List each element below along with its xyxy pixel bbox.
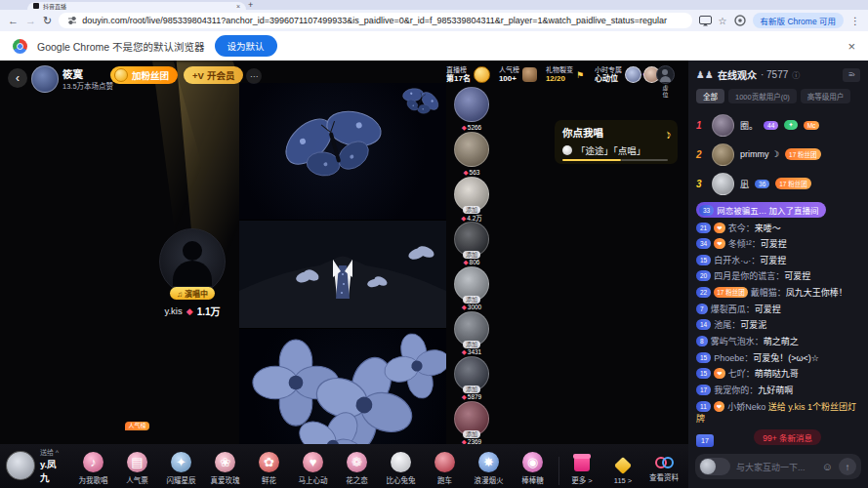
video-badge[interactable]: 礼物裂变12/20⚑ [546,66,586,84]
add-pill[interactable]: 添加 [463,430,480,438]
gift-item[interactable]: ❁花之恋 [335,452,379,485]
browser-toolbar: ← → ↻ douyin.com/root/live/985339804311?… [0,10,868,31]
back-button[interactable]: ‹ [8,68,27,88]
singer-panel[interactable]: ♫ 演唱中 y.kis ◆ 1.1万 [156,228,228,318]
url-bar[interactable]: douyin.com/root/live/985339804311?anchor… [59,13,691,28]
gift-target[interactable]: 送给 ^ y.凤九 [6,447,65,484]
contributor-item[interactable]: 添加x.浅寞◆3000 [448,266,495,311]
song-request-banner[interactable]: 你点我唱 「途途」「点唱」 ♪ [555,120,678,164]
new-tab-button[interactable]: + [248,0,253,10]
new-messages-pill[interactable]: 99+ 条新消息 [754,429,821,445]
message-username: 七吖： [728,369,755,379]
emoji-icon[interactable]: ☺ [822,461,833,472]
flag-icon: ⚑ [576,70,586,80]
rank-name: primmy ☽ [740,149,779,159]
message-username: Phoebe： [714,353,753,363]
contributor-item[interactable]: 添加x.千寻◆2369 [448,401,495,446]
menu-dots-icon[interactable]: ⋮ [850,16,860,26]
set-default-button[interactable]: 设为默认 [215,35,277,57]
video-badge[interactable]: 人气榜100+ [499,66,537,84]
chat-identity-toggle[interactable] [699,458,730,475]
tab-close-icon[interactable]: × [236,3,240,10]
contributor-item[interactable]: 添加かしstk◆5879 [448,356,495,401]
back-icon[interactable]: ← [8,16,19,26]
chat-message: 14池尾：可爱泥 [696,319,860,331]
contributor-item[interactable]: 添加y.凤九◆4.2万 [448,177,495,222]
contributor-avatar: 添加 [454,311,489,346]
notice-close-icon[interactable]: × [847,39,855,54]
vip-button[interactable]: +V 开会员 [184,66,243,84]
gift-item[interactable]: ♥马上心动 [291,452,335,485]
chat-message: 34❤冬倾¹²：可爱捏 [696,238,860,250]
gift-label: 棒棒糖 [521,474,544,485]
add-pill[interactable]: 添加 [463,296,480,304]
tab-contributors[interactable]: 1000贡献用户(0) [728,89,797,103]
rose-bouquet-icon: ❀ [215,452,235,472]
add-pill[interactable]: 添加 [463,386,480,393]
gift-item[interactable]: ✿鲜花 [247,452,291,485]
video-badge[interactable]: 小时专属心动位♥ [595,66,660,84]
tab-all[interactable]: 全部 [696,89,724,103]
level-badge: 17 [696,385,711,395]
singer-name: y.kis [164,305,182,316]
gift-item[interactable]: ✸浪漫烟火 [467,452,511,485]
streamer-avatar[interactable] [31,65,59,93]
chat-input[interactable]: 与大家互动一下... ☺ ↑ [695,454,861,479]
video-badge[interactable]: 直播榜第17名 [446,66,490,84]
chat-message: 17我宠你的：九好萌啊 [696,385,860,396]
guest-seat[interactable]: 虚位 [656,65,675,99]
gift-target-avatar [6,451,35,480]
message-text: 来喽～ [755,224,781,233]
rank-row[interactable]: 1圈。44✦Mc [696,110,860,140]
info-icon[interactable]: ⓘ [792,69,800,80]
gift-item[interactable]: ♪为我歌唱 [71,452,115,485]
singer-count: 1.1万 [197,304,221,318]
gift-item[interactable]: ❀真爱玫瑰 [203,452,247,485]
gift-item[interactable]: ✦闪耀星辰 [159,452,203,485]
gift-item[interactable]: 比心兔兔 [379,452,423,485]
gift-item[interactable]: 人气榜▤人气票 [115,452,159,485]
message-text: 可爱捏 [755,305,781,314]
reload-icon[interactable]: ↻ [43,16,52,26]
live-video[interactable] [239,83,446,449]
message-text: 可爱捏 [784,271,810,281]
gift-item[interactable]: 跑车 [423,452,467,485]
contributor-item[interactable]: ち.浅寞◆5266 [448,87,495,132]
gift-item[interactable]: ◉棒棒糖 [511,452,555,485]
join-fanclub-button[interactable]: 加粉丝团 [110,66,178,84]
tab-title: 抖音直播 [43,2,66,10]
recharge-balance-button[interactable]: 115 > [602,457,643,485]
user-level-badge: ✦ [784,120,797,130]
rank-row[interactable]: 2primmy ☽17 粉丝团 [696,140,860,169]
add-pill[interactable]: 添加 [463,341,480,348]
send-icon[interactable]: ↑ [839,458,856,475]
rank-avatar [712,114,734,137]
user-level-badge: Mc [804,121,820,130]
chrome-update-button[interactable]: 有新版 Chrome 可用 [753,13,844,28]
bookmark-star-icon[interactable]: ☆ [719,16,727,26]
forward-icon[interactable]: → [25,16,36,26]
level-badge: 22 [696,287,711,298]
add-pill[interactable]: 添加 [463,206,480,214]
rank-number: 1 [696,120,706,131]
rank-number: 2 [696,149,706,160]
tune-icon [67,16,77,25]
level-badge: 21 [696,223,711,233]
profile-link-button[interactable]: 查看资料 [643,457,684,485]
contributor-item[interactable]: 六QKY◆563 [448,132,495,177]
profile-icon[interactable] [734,15,746,26]
more-gifts-button[interactable]: 更多 > [561,457,602,485]
contributor-item[interactable]: 添加x和记忆◆806 [448,222,495,266]
browser-tab[interactable]: 抖音直播 × [27,2,246,10]
rank-row[interactable]: 3凪3617 粉丝团 [696,169,860,198]
user-level-badge: 44 [764,121,778,130]
tab-high-level[interactable]: 高等级用户 [801,89,851,103]
streamer-likes: 13.5万本场点赞 [62,80,113,91]
add-pill[interactable]: 添加 [463,251,480,259]
chat-message: 20四月是你的谎言：可爱捏 [696,270,860,282]
gift-extra-group: 更多 > 115 > 查看资料 [558,457,684,485]
more-options-icon[interactable]: ⋯ [246,68,262,84]
collapse-sidebar-icon[interactable]: ≡› [843,68,860,82]
cast-icon[interactable] [699,16,712,26]
contributor-item[interactable]: 添加y.i.d.w◆3431 [448,311,495,356]
